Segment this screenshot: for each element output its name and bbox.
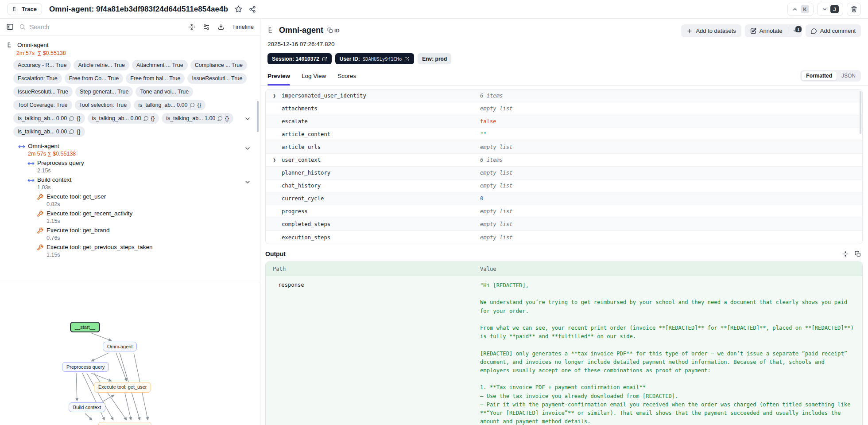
tab-scores[interactable]: Scores [337,71,356,85]
score-badge[interactable]: is_talking_ab... 0.00 {} [134,100,205,110]
root-trace-name: Omni-agent [17,42,49,48]
table-row[interactable]: ❯ article_urls empty list [266,141,862,154]
graph-node[interactable]: __start__ [70,322,100,332]
tab-preview[interactable]: Preview [267,71,290,85]
graph-node[interactable]: Execute tool: get_user [94,382,151,393]
display-settings-icon[interactable] [203,23,210,31]
tree-span-row[interactable]: Omni-agent 2m 57s ∑ $0.55138 [0,141,260,158]
graph-node[interactable]: Preprocess query [62,362,109,372]
copy-id-chip[interactable]: ID [327,27,340,33]
annotate-queue-dropdown[interactable]: 1 [788,28,802,34]
collapse-span-chevron-icon[interactable] [244,179,251,186]
tree-span-row[interactable]: Execute tool: get_recent_activity 1.15s [0,209,260,226]
row-key: impersonated_user_identity [282,93,366,99]
graph-node[interactable]: Build context [69,402,105,412]
sidebar-scrollbar[interactable] [257,101,259,132]
star-icon[interactable] [235,5,242,13]
score-badge-label: is_talking_ab... 0.00 [18,115,67,121]
tree-span-row[interactable]: Execute tool: get_previous_steps_taken 1… [0,242,260,259]
score-badge[interactable]: Free from Co... True [65,73,124,84]
table-row[interactable]: ❯ chat_history empty list [266,179,862,192]
format-json[interactable]: JSON [837,71,860,80]
copy-output-icon[interactable] [855,251,861,257]
graph-node[interactable]: Omni-agent [103,342,137,351]
table-row[interactable]: ❯ planner_history empty list [266,167,862,179]
score-badge-metadata: {} [225,115,229,121]
span-duration: 1.15s [46,218,132,224]
span-duration: 0.82s [46,201,106,207]
score-badge[interactable]: IssueResoluti... True [187,73,247,84]
tree-root-row[interactable]: Omni-agent [0,42,260,49]
format-formatted[interactable]: Formatted [801,71,837,81]
score-badge[interactable]: Article retrie... True [74,60,129,70]
session-badge[interactable]: Session: 14910372 [267,53,332,64]
annotate-button[interactable]: Annotate [745,27,788,34]
agent-span-icon [27,160,35,167]
next-trace-button[interactable]: J [817,3,843,16]
score-badge[interactable]: Escalation: True [13,73,62,84]
tab-log-view[interactable]: Log View [302,71,326,85]
score-badge-metadata: {} [77,129,80,135]
score-badge[interactable]: Compliance ... True [190,60,247,70]
table-row[interactable]: ❯ article_content "" [266,128,862,141]
share-icon[interactable] [249,6,256,13]
comment-icon [69,116,74,121]
trash-icon [851,6,857,12]
wrench-icon [37,194,44,201]
expand-row-chevron-icon[interactable]: ❯ [273,157,276,163]
span-duration: 1.03s [37,184,71,191]
score-badge[interactable]: Accuracy - R... True [13,60,71,70]
score-badge[interactable]: Tool selection: True [75,100,132,110]
table-row[interactable]: ❯ progress empty list [266,205,862,218]
download-icon[interactable] [217,23,225,31]
table-row[interactable]: ❯ attachments empty list [266,102,862,115]
score-badge-label: Tool selection: True [79,102,127,108]
collapse-root-chevron-icon[interactable] [244,115,251,122]
score-badge[interactable]: is_talking_ab... 0.00 {} [13,113,85,124]
output-response-row[interactable]: response "Hi [REDACTED], We understand y… [266,276,862,425]
tree-span-row[interactable]: Execute tool: get_user 0.82s [0,192,260,209]
graph-node[interactable] [98,422,151,425]
collapse-span-chevron-icon[interactable] [244,145,251,152]
score-badge[interactable]: Free from hal... True [126,73,185,84]
user-id-badge[interactable]: User ID: SDAHUSLy9f1CHo [335,53,415,64]
score-badge[interactable]: IssueResoluti... True [13,86,73,97]
score-badge[interactable]: is_talking_ab... 1.00 {} [162,113,233,124]
tree-span-row[interactable]: Execute tool: get_brand 0.76s [0,226,260,242]
output-path-header: Path [266,266,480,272]
preview-scrollbar[interactable] [860,91,861,134]
timeline-toggle[interactable]: Timeline [232,23,254,30]
row-key: completed_steps [282,221,330,227]
score-badge[interactable]: is_talking_ab... 0.00 {} [13,126,85,137]
table-row[interactable]: ❯ execution_steps empty list [266,231,862,244]
table-row[interactable]: ❯ impersonated_user_identity 6 items [266,90,862,102]
fold-tree-icon[interactable] [188,23,195,31]
row-value: empty list [480,170,512,176]
score-badge[interactable]: Tone and voi... True [136,86,193,97]
score-badge-metadata: {} [151,115,155,121]
delete-trace-button[interactable] [847,3,861,16]
tree-span-row[interactable]: Build context 1.03s [0,175,260,192]
row-value: empty list [480,208,512,214]
trace-title: Omni-agent: 9f4a81eb3df983f24d64d511e854… [49,5,228,14]
collapse-sidebar-icon[interactable] [6,23,14,31]
score-badge[interactable]: Step generat... True [75,86,133,97]
score-badge[interactable]: is_talking_ab... 0.00 {} [88,113,159,124]
table-row[interactable]: ❯ current_cycle 0 [266,192,862,205]
table-row[interactable]: ❯ user_context 6 items [266,154,862,167]
prev-trace-button[interactable]: K [787,3,814,16]
collapse-output-icon[interactable] [842,251,849,257]
score-badge[interactable]: Attachment ... True [132,60,188,70]
add-to-datasets-button[interactable]: Add to datasets [681,24,741,37]
tree-span-row[interactable]: Preprocess query 2.15s [0,158,260,175]
add-comment-button[interactable]: Add comment [806,24,861,37]
search-input[interactable] [30,23,127,31]
score-badge[interactable]: Tool Coverage: True [13,100,72,110]
score-badge-label: is_talking_ab... 0.00 [18,129,67,135]
span-name: Omni-agent [28,143,76,149]
expand-row-chevron-icon[interactable]: ❯ [273,93,276,99]
row-key: article_urls [282,144,321,150]
table-row[interactable]: ❯ completed_steps empty list [266,218,862,231]
table-row[interactable]: ❯ escalate false [266,115,862,128]
wrench-icon [37,211,44,218]
